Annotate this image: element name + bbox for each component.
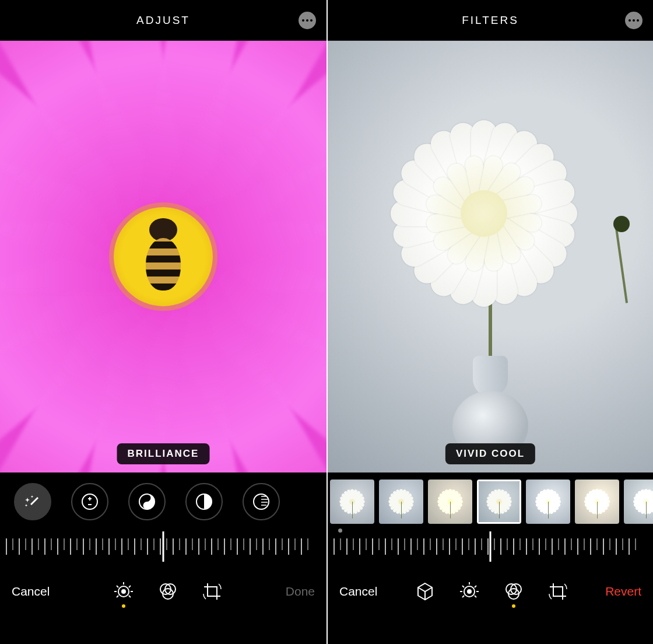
svg-line-22 bbox=[462, 596, 464, 597]
crop-rotate-icon bbox=[547, 581, 568, 602]
mode-live[interactable] bbox=[415, 581, 436, 602]
crop-rotate-icon bbox=[202, 581, 223, 602]
revert-button[interactable]: Revert bbox=[605, 584, 641, 598]
filter-thumb-original[interactable] bbox=[330, 480, 374, 524]
svg-line-12 bbox=[117, 586, 118, 587]
adjustment-name-badge: BRILLIANCE bbox=[117, 443, 210, 464]
more-button[interactable] bbox=[625, 12, 643, 29]
adjust-slider[interactable] bbox=[0, 531, 326, 562]
cube-icon bbox=[415, 581, 436, 602]
mode-crop[interactable] bbox=[202, 581, 223, 602]
svg-line-19 bbox=[475, 586, 476, 587]
filter-name-badge: VIVID COOL bbox=[445, 443, 535, 464]
adjust-dial-icon bbox=[459, 581, 480, 602]
photo-canvas[interactable]: BRILLIANCE bbox=[0, 41, 326, 473]
tool-brilliance[interactable] bbox=[128, 483, 166, 520]
filter-thumb-vivid-cool[interactable] bbox=[477, 480, 521, 524]
slider-min-dot bbox=[338, 528, 342, 533]
svg-point-5 bbox=[121, 589, 126, 594]
header-title: FILTERS bbox=[462, 14, 519, 27]
svg-line-21 bbox=[475, 596, 476, 597]
adjust-dial-icon bbox=[113, 581, 134, 602]
filter-thumb-vivid[interactable] bbox=[379, 480, 423, 524]
header: FILTERS bbox=[328, 0, 653, 41]
svg-line-24 bbox=[462, 586, 464, 587]
bottom-toolbar: Cancel Revert bbox=[328, 562, 653, 621]
flower-bud bbox=[613, 216, 630, 232]
filter-thumb-dramatic[interactable] bbox=[526, 480, 570, 524]
mode-switcher bbox=[415, 581, 568, 602]
half-circle-left-icon bbox=[252, 492, 271, 511]
cancel-button[interactable]: Cancel bbox=[339, 584, 377, 598]
filters-circles-icon bbox=[503, 581, 524, 602]
wand-icon bbox=[23, 492, 42, 511]
slider-indicator[interactable] bbox=[490, 531, 491, 562]
cancel-button[interactable]: Cancel bbox=[12, 584, 50, 598]
svg-line-10 bbox=[117, 596, 118, 597]
header-title: ADJUST bbox=[136, 14, 190, 27]
mode-switcher bbox=[113, 581, 223, 602]
filter-thumb-dramatic-cool[interactable] bbox=[624, 480, 653, 524]
filters-circles-icon bbox=[157, 581, 178, 602]
filter-thumb-vivid-warm[interactable] bbox=[428, 480, 472, 524]
tool-exposure[interactable] bbox=[71, 483, 108, 520]
flower bbox=[391, 120, 577, 307]
active-mode-indicator bbox=[122, 604, 125, 608]
adjust-screen: ADJUST BRILLIANCE bbox=[0, 0, 326, 644]
mode-adjust[interactable] bbox=[459, 581, 480, 602]
plus-minus-icon bbox=[80, 492, 99, 511]
tool-auto-enhance[interactable] bbox=[14, 483, 51, 520]
filters-screen: FILTERS VIVID COOL Cancel bbox=[326, 0, 653, 644]
done-button[interactable]: Done bbox=[286, 584, 315, 598]
filter-thumbnails-row[interactable] bbox=[328, 473, 653, 531]
more-button[interactable] bbox=[299, 12, 316, 29]
mode-crop[interactable] bbox=[547, 581, 568, 602]
yin-yang-icon bbox=[138, 492, 156, 511]
adjust-tools-row[interactable] bbox=[0, 473, 326, 531]
svg-line-9 bbox=[129, 596, 131, 597]
svg-point-17 bbox=[467, 589, 472, 594]
active-mode-indicator bbox=[512, 604, 515, 608]
header: ADJUST bbox=[0, 0, 326, 41]
svg-point-0 bbox=[82, 494, 97, 509]
mode-filters[interactable] bbox=[503, 581, 524, 602]
tool-shadows[interactable] bbox=[243, 483, 280, 520]
filter-thumb-dramatic-warm[interactable] bbox=[575, 480, 619, 524]
svg-line-7 bbox=[129, 586, 131, 587]
mode-filters[interactable] bbox=[157, 581, 178, 602]
bee bbox=[140, 215, 187, 285]
photo-canvas[interactable]: VIVID COOL bbox=[328, 41, 653, 473]
bottom-toolbar: Cancel Done bbox=[0, 562, 326, 621]
slider-indicator[interactable] bbox=[163, 531, 164, 562]
half-circle-right-icon bbox=[195, 492, 213, 511]
tool-highlights[interactable] bbox=[185, 483, 223, 520]
filter-intensity-slider[interactable] bbox=[328, 531, 653, 562]
mode-adjust[interactable] bbox=[113, 581, 134, 602]
